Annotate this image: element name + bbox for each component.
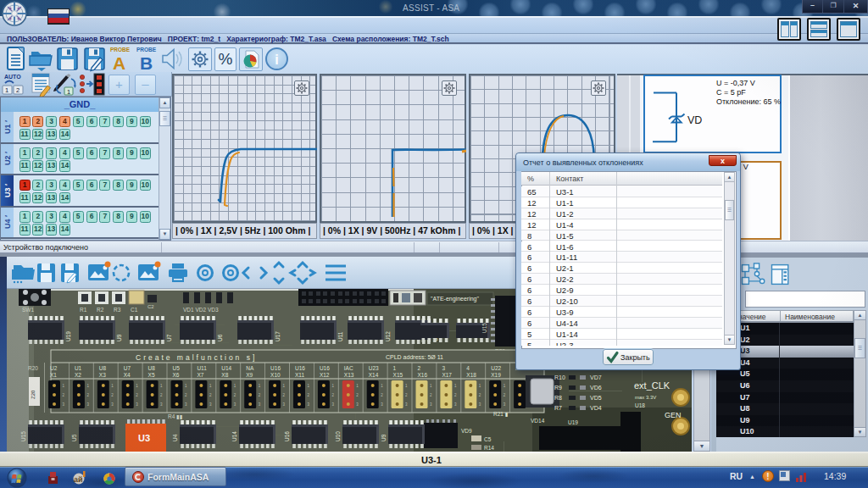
svg-text:"ATE-engineering": "ATE-engineering" [431, 296, 479, 302]
svg-text:R1: R1 [80, 307, 87, 313]
svg-text:X5: X5 [148, 372, 155, 378]
svg-text:X12: X12 [320, 372, 330, 378]
svg-text:U7: U7 [124, 365, 131, 371]
svg-text:X18: X18 [466, 372, 476, 378]
svg-text:VD9: VD9 [461, 428, 472, 434]
svg-text:X14: X14 [369, 372, 379, 378]
svg-text:U5: U5 [71, 434, 77, 441]
svg-text:VD7: VD7 [590, 374, 602, 380]
svg-text:U16: U16 [284, 431, 290, 441]
svg-text:U15: U15 [20, 431, 26, 441]
svg-text:1: 1 [393, 365, 397, 371]
svg-text:X4: X4 [124, 372, 131, 378]
svg-text:U16: U16 [270, 365, 281, 371]
svg-text:max 3.3V: max 3.3V [635, 395, 656, 400]
svg-text:U2: U2 [50, 365, 58, 371]
svg-text:B: B [140, 53, 153, 73]
svg-text:U11: U11 [197, 365, 207, 371]
svg-text:R21 ▮: R21 ▮ [493, 411, 508, 417]
svg-text:R14: R14 [484, 445, 494, 451]
svg-text:X19: X19 [491, 372, 501, 378]
svg-text:U6: U6 [217, 334, 223, 341]
svg-text:R3: R3 [114, 307, 121, 313]
svg-text:PROBE: PROBE [136, 47, 157, 53]
svg-text:R9: R9 [554, 385, 562, 391]
svg-text:U7: U7 [166, 334, 172, 341]
svg-text:Z20: Z20 [31, 390, 36, 399]
svg-text:U19: U19 [65, 331, 71, 341]
svg-text:R2: R2 [97, 307, 104, 313]
svg-text:U5: U5 [173, 365, 181, 371]
svg-text:4: 4 [466, 365, 470, 371]
svg-text:U10: U10 [335, 431, 341, 441]
svg-text:VD1 VD2 VD3: VD1 VD2 VD3 [183, 307, 219, 313]
svg-text:U9: U9 [381, 434, 387, 441]
svg-text:U8: U8 [148, 365, 156, 371]
svg-text:VD: VD [687, 114, 702, 126]
svg-text:CPLD address: 5Ø 11: CPLD address: 5Ø 11 [386, 354, 443, 360]
svg-text:U14: U14 [221, 365, 231, 371]
svg-text:VD6: VD6 [590, 385, 602, 391]
svg-text:U16: U16 [320, 365, 330, 371]
svg-text:C2: C2 [147, 304, 154, 309]
svg-text:NA: NA [246, 365, 254, 371]
svg-text:C = 5 pF: C = 5 pF [716, 88, 746, 97]
svg-text:X2: X2 [75, 372, 81, 378]
svg-text:VD4: VD4 [590, 405, 602, 411]
svg-text:C5: C5 [484, 436, 492, 442]
svg-text:X16: X16 [418, 372, 428, 378]
svg-text:X17: X17 [442, 372, 452, 378]
svg-text:X8: X8 [221, 372, 228, 378]
svg-text:A: A [113, 53, 125, 73]
svg-text:R4 ▮▮: R4 ▮▮ [168, 413, 182, 419]
svg-text:U23: U23 [369, 365, 379, 371]
svg-text:U22: U22 [491, 365, 501, 371]
svg-text:Отклонение: 65 %: Отклонение: 65 % [716, 97, 781, 106]
svg-text:AUTO: AUTO [4, 74, 21, 80]
svg-text:1: 1 [5, 86, 8, 94]
svg-text:U8: U8 [99, 365, 107, 371]
svg-text:PROBE: PROBE [110, 47, 131, 53]
svg-text:U18: U18 [635, 402, 645, 408]
svg-text:R8: R8 [554, 395, 562, 401]
svg-text:X13: X13 [344, 372, 354, 378]
svg-text:R7: R7 [554, 405, 562, 411]
svg-text:C1: C1 [131, 307, 138, 313]
svg-text:ай: ай [74, 475, 83, 484]
svg-text:SW1: SW1 [22, 307, 34, 313]
svg-text:R20: R20 [28, 365, 38, 371]
svg-text:U12: U12 [385, 331, 391, 341]
svg-text:X10: X10 [270, 372, 281, 378]
svg-text:U19: U19 [568, 419, 578, 425]
svg-text:U17: U17 [275, 331, 281, 341]
svg-text:X7: X7 [197, 372, 203, 378]
svg-text:IAC: IAC [344, 365, 353, 371]
svg-text:U16: U16 [295, 365, 305, 371]
svg-text:X11: X11 [295, 372, 304, 378]
svg-text:X9: X9 [246, 372, 253, 378]
svg-text:U3: U3 [138, 433, 150, 443]
svg-text:2: 2 [16, 86, 19, 94]
svg-text:1: 1 [67, 88, 70, 96]
svg-text:Create malfunction s]: Create malfunction s] [136, 353, 257, 362]
svg-text:X15: X15 [393, 372, 403, 378]
svg-text:VD5: VD5 [590, 395, 602, 401]
svg-text:X3: X3 [99, 372, 106, 378]
svg-text:GEN: GEN [665, 411, 682, 419]
svg-text:U1: U1 [75, 365, 82, 371]
svg-text:R10: R10 [554, 374, 565, 380]
svg-text:VD14: VD14 [531, 418, 545, 424]
svg-text:X6: X6 [173, 372, 180, 378]
svg-text:U14: U14 [231, 431, 237, 441]
svg-text:U11: U11 [337, 331, 343, 341]
svg-text:U4: U4 [172, 434, 178, 441]
svg-text:3: 3 [442, 365, 445, 371]
svg-text:U15: U15 [481, 323, 487, 333]
svg-text:ext_CLK: ext_CLK [634, 380, 670, 391]
svg-text:U = -0,37 V: U = -0,37 V [716, 79, 755, 87]
svg-text:2: 2 [418, 365, 421, 371]
svg-text:X1: X1 [50, 372, 57, 378]
svg-text:U9: U9 [116, 334, 122, 341]
